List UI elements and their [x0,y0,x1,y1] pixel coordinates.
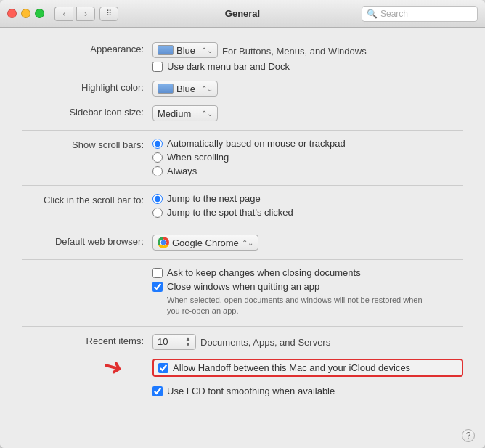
separator-1 [22,130,463,131]
scroll-scrolling-radio[interactable] [152,152,163,163]
stepper-arrows-icon: ▲ ▼ [185,336,191,348]
recent-controls: 10 ▲ ▼ Documents, Apps, and Servers [152,334,463,350]
search-box[interactable]: 🔍 Search [362,6,478,22]
help-button[interactable]: ? [462,429,475,442]
close-windows-checkbox[interactable] [152,282,163,292]
highlight-control-row: Blue ⌃⌄ [152,81,463,97]
close-windows-desc: When selected, open documents and window… [167,295,428,317]
scroll-always-label: Always [167,166,197,176]
sidebar-value: Medium [158,108,191,119]
ask-keep-label: Ask to keep changes when closing documen… [167,267,361,278]
sidebar-dropdown[interactable]: Medium ⌃⌄ [152,105,218,121]
lcd-checkbox-row: Use LCD font smoothing when available [152,386,463,396]
handoff-controls: ➜ Allow Handoff between this Mac and you… [152,359,463,377]
dropdown-arrow-icon: ⌃⌄ [201,46,213,54]
back-button[interactable]: ‹ [54,7,73,21]
scroll-always-radio[interactable] [152,166,163,176]
jump-spot-row: Jump to the spot that's clicked [152,207,463,218]
traffic-lights [7,9,44,18]
click-scroll-controls: Jump to the next page Jump to the spot t… [152,193,463,218]
appearance-label: Appearance: [22,42,152,54]
scroll-bars-controls: Automatically based on mouse or trackpad… [152,138,463,176]
recent-helper: Documents, Apps, and Servers [200,335,330,348]
separator-5 [22,326,463,327]
lcd-checkbox[interactable] [152,386,163,396]
browser-arrow-icon: ⌃⌄ [242,239,253,247]
appearance-value: Blue [176,45,195,56]
highlight-row: Highlight color: Blue ⌃⌄ [0,81,485,97]
sidebar-label: Sidebar icon size: [22,105,152,118]
highlight-value: Blue [176,84,195,94]
close-windows-label: Close windows when quitting an app [167,281,319,292]
maximize-button[interactable] [35,9,44,18]
handoff-checkbox[interactable] [158,363,168,373]
jump-page-radio[interactable] [152,194,163,204]
scroll-scrolling-label: When scrolling [167,152,229,163]
lcd-row: Use LCD font smoothing when available [0,386,485,396]
browser-controls: Google Chrome ⌃⌄ [152,235,463,251]
recent-control-row: 10 ▲ ▼ Documents, Apps, and Servers [152,334,463,350]
click-scroll-label: Click in the scroll bar to: [22,193,152,205]
grid-button[interactable]: ⠿ [99,7,118,21]
jump-page-row: Jump to the next page [152,193,463,204]
lcd-empty-label [22,386,152,387]
recent-stepper[interactable]: 10 ▲ ▼ [152,334,196,350]
scroll-auto-radio[interactable] [152,139,163,149]
sidebar-controls: Medium ⌃⌄ [152,105,463,121]
appearance-dropdown[interactable]: Blue ⌃⌄ [152,42,218,58]
titlebar: ‹ › ⠿ General 🔍 Search [0,0,485,28]
handoff-checkbox-row: ➜ Allow Handoff between this Mac and you… [152,359,463,377]
sidebar-row: Sidebar icon size: Medium ⌃⌄ [0,105,485,121]
search-icon: 🔍 [367,9,378,19]
appearance-helper: For Buttons, Menus, and Windows [222,44,367,57]
separator-2 [22,185,463,186]
recent-value: 10 [158,336,168,347]
appearance-control-row: Blue ⌃⌄ For Buttons, Menus, and Windows [152,42,463,58]
separator-4 [22,259,463,260]
lcd-label: Use LCD font smoothing when available [167,386,335,396]
dark-menu-label: Use dark menu bar and Dock [167,61,290,72]
sidebar-control-row: Medium ⌃⌄ [152,105,463,121]
scroll-auto-label: Automatically based on mouse or trackpad [167,138,346,149]
highlight-dropdown[interactable]: Blue ⌃⌄ [152,81,218,97]
scroll-always-row: Always [152,166,463,176]
scroll-scrolling-row: When scrolling [152,152,463,163]
browser-dropdown[interactable]: Google Chrome ⌃⌄ [152,235,258,251]
close-button[interactable] [7,9,17,18]
close-windows-row: Close windows when quitting an app [152,281,463,292]
minimize-button[interactable] [21,9,30,18]
ask-keep-row: Ask to keep changes when closing documen… [152,267,463,278]
highlight-swatch [158,84,174,94]
nav-buttons: ‹ › [54,7,95,21]
forward-button[interactable]: › [76,7,95,21]
ask-keep-checkbox[interactable] [152,268,163,278]
highlight-label: Highlight color: [22,81,152,93]
browser-value: Google Chrome [172,237,239,248]
sidebar-arrow-icon: ⌃⌄ [201,110,213,118]
browser-row: Default web browser: Google Chrome ⌃⌄ [0,235,485,251]
chrome-icon [158,237,169,248]
scroll-auto-row: Automatically based on mouse or trackpad [152,138,463,149]
docs-empty-label [22,267,152,269]
jump-page-label: Jump to the next page [167,193,261,204]
handoff-label: Allow Handoff between this Mac and your … [173,362,410,373]
settings-content: Appearance: Blue ⌃⌄ For Buttons, Menus, … [0,28,485,448]
red-arrow-icon: ➜ [100,351,126,383]
appearance-row: Appearance: Blue ⌃⌄ For Buttons, Menus, … [0,42,485,72]
dark-menu-checkbox[interactable] [152,62,163,72]
search-placeholder: Search [380,9,408,19]
handoff-empty-label [22,359,152,360]
window-title: General [225,8,260,19]
handoff-row: ➜ Allow Handoff between this Mac and you… [0,359,485,377]
browser-control-row: Google Chrome ⌃⌄ [152,235,463,251]
jump-spot-label: Jump to the spot that's clicked [167,207,293,218]
browser-label: Default web browser: [22,235,152,247]
jump-spot-radio[interactable] [152,208,163,218]
lcd-controls: Use LCD font smoothing when available [152,386,463,396]
preferences-window: ‹ › ⠿ General 🔍 Search Appearance: Blue … [0,0,485,448]
highlight-controls: Blue ⌃⌄ [152,81,463,97]
blue-swatch [158,45,174,55]
docs-controls: Ask to keep changes when closing documen… [152,267,463,317]
highlight-arrow-icon: ⌃⌄ [201,85,213,93]
docs-row: Ask to keep changes when closing documen… [0,267,485,317]
